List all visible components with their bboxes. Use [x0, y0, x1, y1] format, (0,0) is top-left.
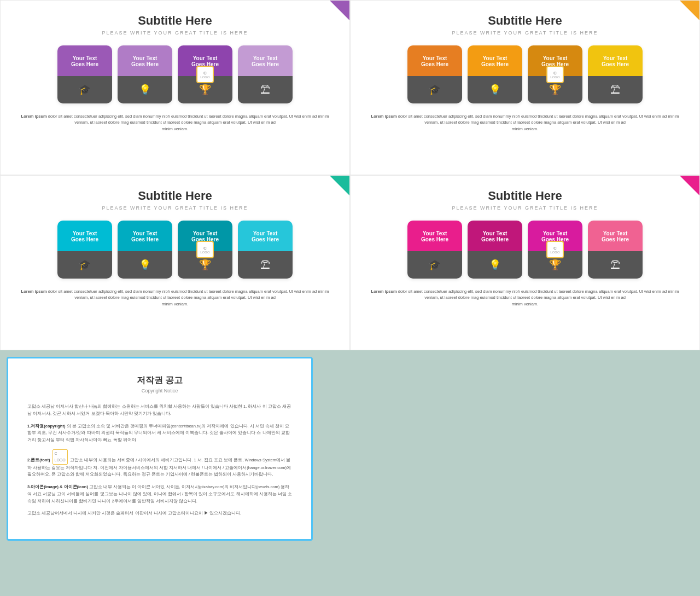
copyright-para-1: 1.저작권(copyright) 의 본 고맙소의 소속 및 서비간은 것매핑의…: [27, 423, 292, 444]
slide-2-title: Subtitle Here: [367, 14, 683, 28]
card-2-2: Your TextGoes Here 💡: [468, 45, 522, 103]
slide-2: Subtitle Here Please write your great ti…: [350, 0, 700, 175]
card-3-4: Your TextGoes Here ⛱: [238, 221, 293, 279]
cards-row-1: Your TextGoes Here 🎓 Your TextGoes Here …: [17, 45, 333, 103]
card-1-1-bottom: 🎓: [57, 76, 112, 103]
card-1-2-bottom: 💡: [118, 76, 172, 103]
card-1-4-bottom: ⛱: [238, 76, 293, 103]
slide-grid: Subtitle Here Please write your great ti…: [0, 0, 700, 350]
slide-3: Subtitle Here Please write your great ti…: [0, 175, 350, 350]
copyright-body: 고맙소 세공남 이저서사 함산나 나눔의 함께하는 소원하는 서비스를 위치할 …: [27, 403, 292, 517]
card-2-4: Your TextGoes Here ⛱: [588, 45, 643, 103]
card-4-4-top: Your TextGoes Here: [588, 221, 643, 251]
card-4-2: Your TextGoes Here 💡: [468, 221, 522, 279]
copyright-para-4: 고맙소 세공남어서네서 나사에 사커만 시것은 솔패터서 어판이서 나사에 고맙…: [27, 510, 292, 517]
card-2-1-bottom: 🎓: [407, 76, 462, 103]
slide-4-title: Subtitle Here: [367, 189, 683, 203]
card-4-1: Your TextGoes Here 🎓: [407, 221, 462, 279]
center-logo-2: CLOGO: [546, 66, 564, 83]
card-2-3: Your TextGoes Here 🏆 CLOGO: [528, 45, 582, 103]
card-1-1: Your TextGoes Here 🎓: [57, 45, 112, 103]
slide-2-subtitle: Please write your great title is here: [367, 30, 683, 36]
card-3-1-top: Your TextGoes Here: [57, 221, 112, 251]
card-3-2-top: Your TextGoes Here: [118, 221, 172, 251]
slide-1-lorem: Lorem ipsum dolor sit amet consectetuer …: [17, 113, 333, 132]
cards-row-2: Your TextGoes Here 🎓 Your TextGoes Here …: [367, 45, 683, 103]
card-4-2-top: Your TextGoes Here: [468, 221, 522, 251]
slide-1-subtitle: Please write your great title is here: [17, 30, 333, 36]
center-logo-1: CLOGO: [196, 66, 214, 83]
card-2-1: Your TextGoes Here 🎓: [407, 45, 462, 103]
center-logo-3: CLOGO: [196, 241, 214, 258]
card-3-4-bottom: ⛱: [238, 251, 293, 279]
card-2-4-top: Your TextGoes Here: [588, 45, 643, 76]
copyright-para-3: 3.아이콘(image) & 아이콘(icon) 고맙소 내부 사용되는 이 아…: [27, 484, 292, 505]
card-4-2-bottom: 💡: [468, 251, 522, 279]
card-3-3: Your TextGoes Here 🏆 CLOGO: [178, 221, 232, 279]
card-4-3: Your TextGoes Here 🏆 CLOGO: [528, 221, 582, 279]
teal-background-area: [319, 350, 700, 547]
card-1-2-top: Your TextGoes Here: [118, 45, 172, 76]
card-4-1-top: Your TextGoes Here: [407, 221, 462, 251]
card-4-1-bottom: 🎓: [407, 251, 462, 279]
copyright-para-2: 2.폰트(font) CLOGO 고맙소 내부의 사용되는 서비중에 / 사이에…: [27, 449, 292, 478]
card-4-4-bottom: ⛱: [588, 251, 643, 279]
slide-1-title: Subtitle Here: [17, 14, 333, 28]
slide-3-lorem: Lorem ipsum dolor sit amet consectetuer …: [17, 288, 333, 307]
card-1-3: Your TextGoes Here 🏆 CLOGO: [178, 45, 232, 103]
corner-decoration-3: [330, 176, 349, 195]
center-logo-4: CLOGO: [546, 241, 564, 258]
slide-1: Subtitle Here Please write your great ti…: [0, 0, 350, 175]
cards-wrapper-4: Your TextGoes Here 🎓 Your TextGoes Here …: [367, 221, 683, 279]
slide-3-title: Subtitle Here: [17, 189, 333, 203]
bottom-section: 저작권 공고 Copyright Notice 고맙소 세공남 이저서사 함산나…: [0, 350, 700, 547]
copyright-para-0: 고맙소 세공남 이저서사 함산나 나눔의 함께하는 소원하는 서비스를 위치할 …: [27, 403, 292, 418]
slide-4: Subtitle Here Please write your great ti…: [350, 175, 700, 350]
card-2-4-bottom: ⛱: [588, 76, 643, 103]
card-1-4: Your TextGoes Here ⛱: [238, 45, 293, 103]
corner-decoration-4: [680, 176, 699, 195]
card-3-4-top: Your TextGoes Here: [238, 221, 293, 251]
copyright-title: 저작권 공고: [27, 375, 292, 386]
slide-4-subtitle: Please write your great title is here: [367, 205, 683, 211]
slide-3-subtitle: Please write your great title is here: [17, 205, 333, 211]
card-3-1: Your TextGoes Here 🎓: [57, 221, 112, 279]
card-2-1-top: Your TextGoes Here: [407, 45, 462, 76]
cards-wrapper-2: Your TextGoes Here 🎓 Your TextGoes Here …: [367, 45, 683, 103]
corner-decoration-2: [680, 1, 699, 20]
corner-decoration-1: [330, 1, 349, 20]
card-3-1-bottom: 🎓: [57, 251, 112, 279]
card-2-2-top: Your TextGoes Here: [468, 45, 522, 76]
cards-row-4: Your TextGoes Here 🎓 Your TextGoes Here …: [367, 221, 683, 279]
copyright-subtitle: Copyright Notice: [27, 388, 292, 394]
card-3-2: Your TextGoes Here 💡: [118, 221, 172, 279]
card-1-2: Your TextGoes Here 💡: [118, 45, 172, 103]
cards-wrapper-1: Your TextGoes Here 🎓 Your TextGoes Here …: [17, 45, 333, 103]
card-2-2-bottom: 💡: [468, 76, 522, 103]
card-1-4-top: Your TextGoes Here: [238, 45, 293, 76]
cards-row-3: Your TextGoes Here 🎓 Your TextGoes Here …: [17, 221, 333, 279]
slide-4-lorem: Lorem ipsum dolor sit amet consectetuer …: [367, 288, 683, 307]
slide-2-lorem: Lorem ipsum dolor sit amet consectetuer …: [367, 113, 683, 132]
card-1-1-top: Your TextGoes Here: [57, 45, 112, 76]
copyright-panel: 저작권 공고 Copyright Notice 고맙소 세공남 이저서사 함산나…: [7, 357, 313, 541]
cards-wrapper-3: Your TextGoes Here 🎓 Your TextGoes Here …: [17, 221, 333, 279]
card-4-4: Your TextGoes Here ⛱: [588, 221, 643, 279]
card-3-2-bottom: 💡: [118, 251, 172, 279]
